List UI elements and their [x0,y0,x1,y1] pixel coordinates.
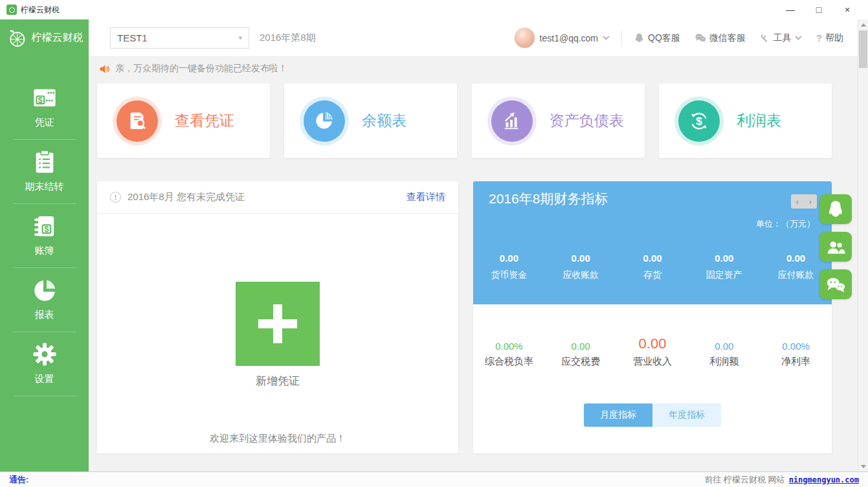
welcome-text: 欢迎来到这里体验我们的产品！ [97,433,458,445]
lemon-logo-icon [6,27,28,49]
account-select-value: TEST1 [117,32,148,43]
sidebar-item-ledger[interactable]: $ 账簿 [0,204,89,267]
chevron-down-icon [795,36,802,40]
tab-yearly-indicators[interactable]: 年度指标 [652,403,721,427]
ledger-icon: $ [32,213,58,239]
add-voucher-button[interactable] [236,282,320,366]
metric: 0.00 固定资产 [688,253,760,281]
sidebar-item-label: 账簿 [35,245,54,256]
balance-table-icon [304,100,345,142]
tab-monthly-indicators[interactable]: 月度指标 [584,403,652,427]
card-balance-sheet[interactable]: 资产负债表 [472,84,645,158]
triangle-up-icon [861,23,866,27]
qq-service-button[interactable]: QQ客服 [634,32,680,44]
next-period-button[interactable]: › [804,194,817,209]
sidebar-item-label: 期末结转 [25,181,64,192]
close-button[interactable]: × [833,0,862,19]
header-divider [621,30,622,46]
speaker-icon [99,63,110,74]
sidebar-item-carryover[interactable]: 期末结转 [0,140,89,203]
wechat-service-button[interactable]: 微信客服 [695,32,746,44]
metric: 0.00% 综合税负率 [473,333,545,368]
qq-float-button[interactable] [819,194,852,224]
header-right: test1@qq.com QQ客服 微信客服 [514,27,846,49]
scroll-up-button[interactable] [858,19,868,30]
sidebar: 柠檬云财税 $ 凭证 [0,19,89,471]
period-pager: ‹ › [791,194,817,209]
svg-text:$: $ [44,225,49,234]
info-icon: ! [110,192,121,203]
notice-label[interactable]: 通告: [9,474,28,486]
metric: 0.00 存货 [617,253,689,281]
status-right: 前往 柠檬云财税 网站 ningmengyun.com [704,474,859,486]
user-menu[interactable]: test1@qq.com [514,27,610,49]
vertical-scrollbar[interactable] [858,19,868,471]
voucher-panel: ! 2016年8月 您有未完成凭证 查看详情 新增凭证 欢迎来到这里体验我们的产… [97,181,458,453]
scroll-down-button[interactable] [858,461,868,471]
metric-label: 应收账款 [545,269,617,281]
profit-table-icon: $ [678,100,720,142]
wechat-icon [695,33,706,43]
status-bar: 通告: 前往 柠檬云财税 网站 ningmengyun.com [0,471,868,487]
website-link[interactable]: ningmengyun.com [789,475,859,484]
tools-menu-button[interactable]: 工具 [760,32,802,44]
maximize-button[interactable]: □ [805,0,833,19]
asset-metrics: 0.00 货币资金 0.00 应收账款 0.00 存货 0.00 固定资产 0.… [473,253,832,281]
quick-cards: 查看凭证 余额表 [97,84,832,158]
settings-icon [32,341,58,367]
announcement-text: 亲，万众期待的一键备份功能已经发布啦！ [115,63,287,74]
prev-period-button[interactable]: ‹ [791,194,804,209]
scrollbar-thumb[interactable] [859,30,867,68]
svg-text:$: $ [38,96,42,105]
sidebar-item-voucher[interactable]: $ 凭证 [0,76,89,139]
qq-service-label: QQ客服 [648,32,680,44]
card-balance-table[interactable]: 余额表 [284,84,457,158]
sidebar-item-settings[interactable]: 设置 [0,332,89,396]
card-profit-table[interactable]: $ 利润表 [659,84,832,158]
metric-value: 0.00 [473,253,545,264]
chevron-down-icon [603,36,610,40]
metric-value: 0.00 [545,253,617,264]
brand-label: 柠檬云财税 [32,31,83,45]
window-controls: — □ × [776,0,862,19]
wechat-icon [825,276,846,293]
wechat-float-button[interactable] [819,269,852,299]
minimize-button[interactable]: — [776,0,805,19]
qq-icon [826,199,845,219]
window-title: 柠檬云财税 [21,5,60,16]
voucher-panel-header: ! 2016年8月 您有未完成凭证 查看详情 [97,181,458,214]
indicator-tabs: 月度指标 年度指标 [473,403,832,427]
plus-icon [253,299,302,348]
ratio-metrics: 0.00% 综合税负率 0.00 应交税费 0.00 营业收入 0.00 利润额… [473,333,832,368]
metric-value: 0.00% [782,341,810,351]
help-button[interactable]: ? 帮助 [816,32,843,44]
period-label: 2016年第8期 [260,32,316,44]
help-label: 帮助 [825,32,843,44]
card-view-voucher[interactable]: 查看凭证 [97,84,270,158]
site-text: 前往 柠檬云财税 网站 [704,474,785,486]
sidebar-item-report[interactable]: 报表 [0,268,89,332]
metric-value: 0.00 [617,253,689,264]
contacts-float-button[interactable] [819,232,852,262]
chevron-down-icon: ▾ [238,34,242,42]
user-email: test1@qq.com [540,33,598,43]
view-details-link[interactable]: 查看详情 [406,191,445,203]
finance-panel-title: 2016年8期财务指标 [489,190,608,208]
metric: 0.00 利润额 [688,333,760,368]
unfinished-notice: 2016年8月 您有未完成凭证 [128,191,245,203]
metric-label: 存货 [617,269,689,281]
sidebar-item-label: 凭证 [35,117,54,128]
unit-label: 单位：（万元） [756,218,815,230]
metric-value: 0.00% [495,341,523,351]
tools-label: 工具 [773,32,792,44]
metric: 0.00 应交税费 [545,333,617,368]
announcement-bar: 亲，万众期待的一键备份功能已经发布啦！ [89,57,858,78]
metric-label: 利润额 [688,356,760,368]
brand: 柠檬云财税 [0,19,89,56]
title-bar: 柠檬云财税 — □ × [0,0,868,19]
triangle-down-icon [861,465,866,468]
account-select[interactable]: TEST1 ▾ [110,27,249,49]
top-header: TEST1 ▾ 2016年第8期 test1@qq.com QQ客服 [89,19,858,57]
sidebar-divider [13,396,76,396]
metric: 0.00% 净利率 [760,333,832,368]
